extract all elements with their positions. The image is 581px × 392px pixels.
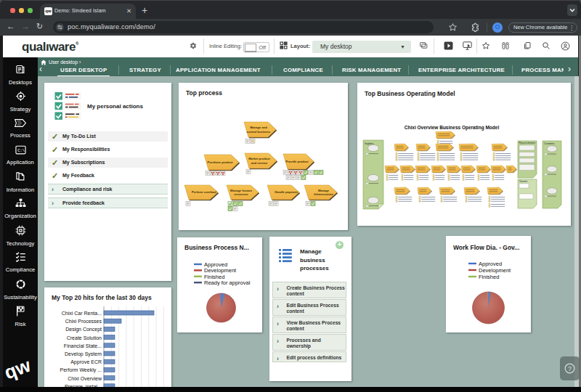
svg-text:Chixi Overview: Chixi Overview (68, 376, 102, 381)
svg-text:Development: Development (479, 267, 511, 274)
svg-text:Channels: Channels (519, 180, 528, 183)
svg-text:?: ? (568, 365, 572, 372)
svg-text:Financial State...: Financial State... (64, 343, 102, 348)
svg-text:Chixi Overview Business Operat: Chixi Overview Business Operating Model (405, 125, 500, 131)
svg-text:Perform overhaul: Perform overhaul (192, 190, 216, 194)
svg-text:Develop System: Develop System (65, 351, 102, 357)
svg-text:Perform Weekly ...: Perform Weekly ... (60, 367, 102, 373)
svg-text:Infrastructure: Infrastructure (314, 192, 333, 196)
svg-text:Suppliers: Suppliers (365, 142, 374, 145)
svg-text:control business: control business (247, 130, 271, 134)
svg-text:Approved: Approved (479, 261, 502, 267)
svg-text:Chixi Processes: Chixi Processes (65, 319, 102, 324)
svg-text:Purchase product: Purchase product (208, 160, 233, 164)
svg-text:and service: and service (251, 161, 268, 165)
svg-text:Handle payment: Handle payment (275, 190, 298, 194)
svg-text:resources: resources (234, 192, 248, 196)
svg-text:Provide product: Provide product (285, 160, 309, 163)
svg-text:Customers: Customers (544, 142, 555, 145)
svg-text:Approve ECR: Approve ECR (70, 359, 102, 365)
svg-text:Chixi Car Renta...: Chixi Car Renta... (62, 311, 102, 316)
svg-text:Finished: Finished (479, 274, 499, 280)
svg-text:Ready for approval: Ready for approval (204, 279, 251, 286)
svg-text:Create Solution: Create Solution (67, 335, 102, 340)
svg-text:C:\: C:\ (17, 148, 25, 153)
svg-text:Design Concept: Design Concept (65, 327, 102, 332)
svg-text:Physical elements: Physical elements (519, 142, 536, 144)
